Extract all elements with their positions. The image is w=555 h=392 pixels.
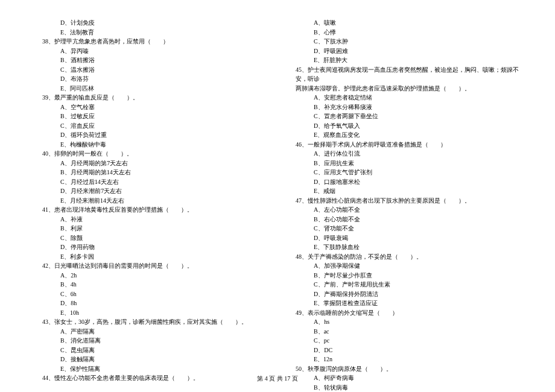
answer-option: C、下肢水肿 <box>290 37 519 46</box>
answer-option: A、加强孕期保健 <box>290 261 519 271</box>
answer-option: D、月经来潮前7天左右 <box>36 186 265 196</box>
answer-option: C、6h <box>36 289 265 299</box>
answer-option: E、月经来潮前14天左右 <box>36 196 265 206</box>
question-text: 39、最严重的输血反应是（ ）。 <box>36 93 265 103</box>
question-text: 41、患者出现洋地黄毒性反应首要的护理措施（ ）。 <box>36 205 265 215</box>
answer-option: E、戒烟 <box>290 186 519 196</box>
answer-option: A、异丙嗪 <box>36 46 265 56</box>
answer-option: E、利多卡因 <box>36 252 265 262</box>
answer-option: B、轮状病毒 <box>290 383 519 393</box>
answer-option: A、咳嗽 <box>290 18 519 28</box>
answer-option: E、10h <box>36 308 265 318</box>
question-text: 47、慢性肺源性心脏病患者出现下肢水肿的主要原因是（ ）。 <box>290 196 519 206</box>
answer-option: B、过敏反应 <box>36 112 265 121</box>
answer-option: D、接触隔离 <box>36 355 265 364</box>
answer-option: B、月经周期的第14天左右 <box>36 168 265 177</box>
answer-option: C、除颤 <box>36 233 265 243</box>
question-text: 42、日光曝晒法达到消毒目的需要用的时间是（ ）。 <box>36 261 265 271</box>
question-text: 46、一般择期手术病人的术前呼吸道准备措施是（ ） <box>290 140 519 150</box>
answer-option: A、进行体位引流 <box>290 149 519 159</box>
answer-option: E、保护性隔离 <box>36 364 265 374</box>
answer-option: D、停用药物 <box>36 242 265 252</box>
document-content: D、计划免疫E、法制教育38、护理甲亢危象患者高热时，应禁用（ ）A、异丙嗪B、… <box>36 18 519 368</box>
answer-option: D、DC <box>290 346 519 355</box>
answer-option: A、严密隔离 <box>36 327 265 337</box>
question-text: 45、护士夜间巡视病房发现一高血压患者突然憋醒，被迫坐起，胸闷、咳嗽；烦躁不安，… <box>290 65 519 84</box>
question-text: 38、护理甲亢危象患者高热时，应禁用（ ） <box>36 37 265 46</box>
answer-option: A、hs <box>290 317 519 327</box>
answer-option: D、计划免疫 <box>36 18 265 28</box>
answer-option: A、2h <box>36 271 265 280</box>
answer-option: E、下肢静脉血栓 <box>290 242 519 252</box>
answer-option: A、空气栓塞 <box>36 103 265 112</box>
answer-option: E、阿司匹林 <box>36 84 265 93</box>
answer-option: C、昆虫隔离 <box>36 346 265 355</box>
answer-option: C、肾功能不全 <box>290 224 519 233</box>
question-text: 48、关于产褥感染的防治，不妥的是（ ）。 <box>290 252 519 262</box>
question-continuation: 两肺满布湿啰音。护理此患者应迅速采取的护理措施是（ ）。 <box>290 84 519 93</box>
answer-option: C、溶血反应 <box>36 121 265 131</box>
answer-option: A、补液 <box>36 215 265 224</box>
answer-option: E、法制教育 <box>36 28 265 37</box>
answer-option: B、利尿 <box>36 224 265 233</box>
page-indicator: 第 4 页 共 17 页 <box>257 375 298 382</box>
question-text: 40、排卵的时间一般在（ ）。 <box>36 149 265 159</box>
question-text: 49、表示临睡前的外文缩写是（ ） <box>290 308 519 318</box>
answer-option: C、产前、产时常规用抗生素 <box>290 280 519 289</box>
answer-option: C、pc <box>290 336 519 346</box>
answer-option: A、月经周期的第7天左右 <box>36 159 265 168</box>
answer-option: E、掌握阴道检查适应证 <box>290 299 519 308</box>
answer-option: B、酒精擦浴 <box>36 55 265 65</box>
answer-option: B、4h <box>36 280 265 289</box>
answer-option: D、布洛芬 <box>36 74 265 84</box>
answer-option: A、安慰患者稳定情绪 <box>290 93 519 103</box>
answer-option: D、给予氧气吸入 <box>290 121 519 131</box>
answer-option: D、呼吸衰竭 <box>290 233 519 243</box>
answer-option: D、呼吸困难 <box>290 46 519 56</box>
answer-option: B、补充水分稀释痰液 <box>290 103 519 112</box>
answer-option: E、枸橼酸钠中毒 <box>36 140 265 150</box>
answer-option: B、右心功能不全 <box>290 215 519 224</box>
answer-option: B、应用抗生素 <box>290 159 519 168</box>
answer-option: C、应用支气管扩张剂 <box>290 168 519 177</box>
answer-option: B、ac <box>290 327 519 337</box>
answer-option: A、左心功能不全 <box>290 205 519 215</box>
page-footer: 第 4 页 共 17 页 <box>0 375 555 383</box>
answer-option: E、肝脏肿大 <box>290 55 519 65</box>
left-column: D、计划免疫E、法制教育38、护理甲亢危象患者高热时，应禁用（ ）A、异丙嗪B、… <box>36 18 265 368</box>
answer-option: B、消化道隔离 <box>36 336 265 346</box>
answer-option: D、口服地塞米松 <box>290 177 519 187</box>
right-column: A、咳嗽B、心悸C、下肢水肿D、呼吸困难E、肝脏肿大45、护士夜间巡视病房发现一… <box>290 18 519 368</box>
question-text: 50、秋季腹泻的病原体是（ ）。 <box>290 364 519 374</box>
answer-option: C、置患者两腿下垂坐位 <box>290 112 519 121</box>
answer-option: D、8h <box>36 299 265 308</box>
question-text: 43、张女士，30岁，高热，腹泻，诊断为细菌性痢疾，应对其实施（ ）。 <box>36 317 265 327</box>
answer-option: B、产时尽量少作肛查 <box>290 271 519 280</box>
answer-option: C、温水擦浴 <box>36 65 265 75</box>
answer-option: D、产褥期保持外阴清洁 <box>290 289 519 299</box>
answer-option: B、心悸 <box>290 28 519 37</box>
answer-option: D、循环负荷过重 <box>36 130 265 140</box>
answer-option: E、观察血压变化 <box>290 130 519 140</box>
answer-option: E、12n <box>290 355 519 364</box>
answer-option: C、月经过后14天左右 <box>36 177 265 187</box>
